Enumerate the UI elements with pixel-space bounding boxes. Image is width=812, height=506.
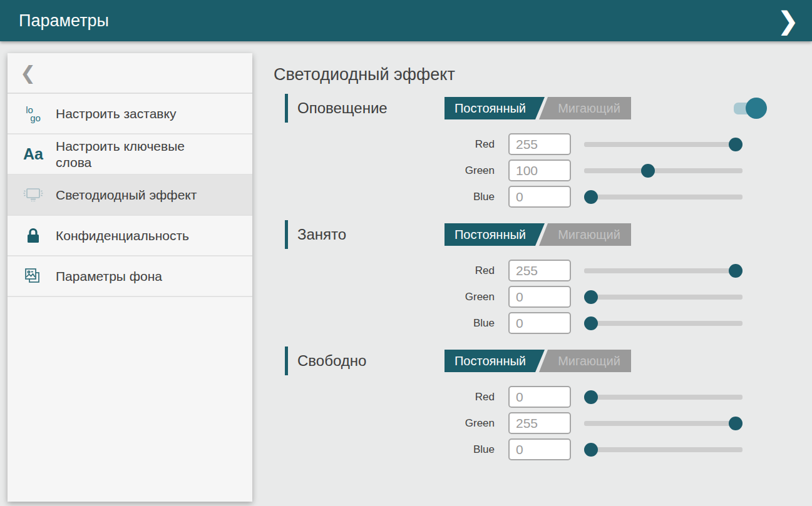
mode-constant-button[interactable]: Постоянный (445, 350, 545, 372)
green-input[interactable] (508, 286, 571, 308)
red-slider[interactable] (584, 260, 743, 281)
background-images-icon (21, 266, 45, 286)
slider-thumb[interactable] (584, 190, 598, 204)
slider-track (584, 395, 743, 400)
slider-track (584, 168, 743, 173)
chevron-right-icon[interactable]: ❯ (777, 8, 798, 33)
red-label: Red (252, 265, 495, 277)
top-bar: Параметры ❯ (0, 0, 812, 41)
red-label: Red (252, 138, 495, 151)
mode-segmented-control: Постоянный Мигающий (445, 97, 631, 119)
section-title: Занято (297, 226, 435, 243)
sidebar-back-row[interactable]: ❮ (8, 53, 252, 94)
red-input[interactable] (508, 260, 571, 281)
green-label: Green (252, 164, 495, 177)
blue-label: Blue (252, 191, 495, 203)
section-title: Оповещение (297, 99, 435, 117)
red-label: Red (252, 391, 495, 403)
sidebar-item-privacy[interactable]: Конфиденциальность (8, 216, 252, 256)
red-input[interactable] (508, 386, 571, 408)
green-input[interactable] (508, 159, 571, 181)
green-slider[interactable] (584, 412, 743, 434)
slider-track (584, 142, 743, 147)
keywords-icon: Aa (21, 145, 45, 163)
red-input[interactable] (508, 133, 571, 155)
mode-constant-button[interactable]: Постоянный (445, 223, 545, 246)
blue-input[interactable] (508, 312, 571, 334)
section-title: Свободно (297, 352, 435, 370)
mode-segmented-control: Постоянный Мигающий (445, 223, 631, 246)
slider-track (584, 447, 743, 452)
app-title: Параметры (19, 11, 109, 31)
slider-track (584, 295, 743, 300)
green-label: Green (252, 417, 495, 430)
notification-toggle-switch[interactable] (734, 97, 768, 119)
mode-constant-button[interactable]: Постоянный (445, 97, 545, 119)
mode-blinking-button[interactable]: Мигающий (538, 350, 631, 372)
sidebar-item-screensaver[interactable]: logo Настроить заставку (8, 94, 252, 134)
slider-track (584, 421, 743, 426)
blue-label: Blue (252, 317, 495, 330)
slider-thumb[interactable] (584, 290, 598, 304)
slider-thumb[interactable] (584, 390, 598, 404)
sidebar-item-label: Конфиденциальность (56, 228, 189, 244)
blue-input[interactable] (508, 186, 571, 208)
blue-slider[interactable] (584, 186, 743, 208)
section-free: Свободно Постоянный Мигающий Red Green B… (252, 347, 812, 460)
page-title: Светодиодный эффект (274, 64, 812, 85)
section-accent-bar (285, 220, 288, 249)
toggle-knob (746, 98, 767, 119)
sidebar-item-label: Настроить заставку (56, 106, 176, 122)
slider-thumb[interactable] (729, 138, 743, 151)
slider-thumb[interactable] (584, 316, 598, 330)
slider-track (584, 321, 743, 326)
sidebar-item-keywords[interactable]: Aa Настроить ключевые слова (8, 134, 252, 175)
sidebar: ❮ logo Настроить заставку Aa Настроить к… (8, 53, 252, 502)
blue-slider[interactable] (584, 312, 743, 334)
sidebar-item-led-effect[interactable]: Светодиодный эффект (8, 175, 252, 216)
green-input[interactable] (508, 412, 571, 434)
green-slider[interactable] (584, 159, 743, 181)
sidebar-item-label: Параметры фона (56, 268, 162, 285)
led-monitor-icon (21, 186, 45, 205)
slider-track (584, 268, 743, 273)
red-slider[interactable] (584, 133, 743, 155)
chevron-left-icon[interactable]: ❮ (20, 64, 36, 83)
slider-thumb[interactable] (729, 264, 743, 278)
blue-input[interactable] (508, 438, 571, 460)
mode-blinking-button[interactable]: Мигающий (538, 223, 631, 246)
slider-track (584, 195, 743, 200)
section-busy: Занято Постоянный Мигающий Red Green Blu… (252, 220, 812, 334)
main-content: Светодиодный эффект Оповещение Постоянны… (252, 41, 812, 506)
slider-thumb[interactable] (641, 164, 655, 178)
lock-icon (21, 226, 45, 245)
section-notification: Оповещение Постоянный Мигающий Red Green (252, 94, 812, 208)
logo-icon: logo (21, 106, 45, 122)
green-slider[interactable] (584, 286, 743, 308)
mode-segmented-control: Постоянный Мигающий (445, 350, 631, 372)
red-slider[interactable] (584, 386, 743, 408)
section-accent-bar (285, 347, 288, 375)
sidebar-item-label: Светодиодный эффект (56, 187, 197, 203)
sidebar-item-background[interactable]: Параметры фона (8, 256, 252, 297)
sidebar-item-label: Настроить ключевые слова (56, 138, 212, 171)
mode-blinking-button[interactable]: Мигающий (538, 97, 631, 119)
slider-thumb[interactable] (584, 443, 598, 457)
blue-slider[interactable] (584, 438, 743, 460)
green-label: Green (252, 291, 495, 303)
slider-thumb[interactable] (729, 417, 743, 430)
section-accent-bar (285, 94, 288, 123)
blue-label: Blue (252, 443, 495, 456)
